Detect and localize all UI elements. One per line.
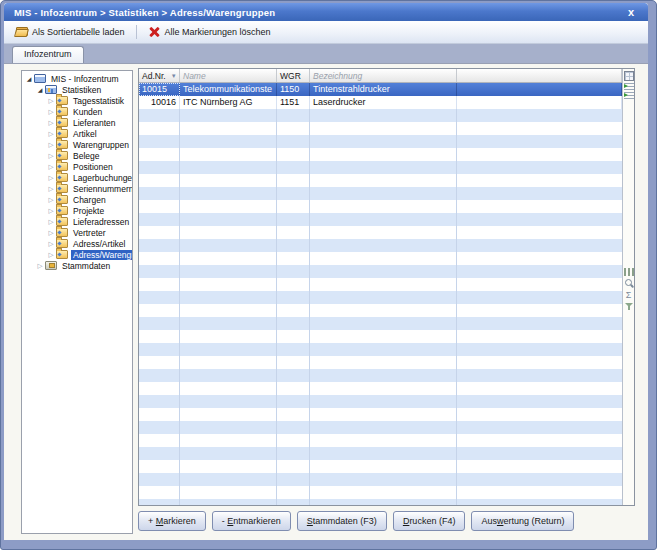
folder-icon <box>56 228 68 237</box>
expand-arrow-icon[interactable]: ◢ <box>24 74 34 84</box>
folder-icon <box>56 151 68 160</box>
tree-item[interactable]: ◢ Statistiken <box>22 84 132 95</box>
column-header[interactable]: Ad.Nr. ▼ <box>139 69 180 82</box>
expand-arrow-icon[interactable]: ▷ <box>46 206 56 216</box>
expand-arrow-icon[interactable]: ▷ <box>46 107 56 117</box>
tree-item-label: Kunden <box>71 107 104 117</box>
column-header[interactable]: Name <box>180 69 277 82</box>
expand-arrow-icon[interactable]: ▷ <box>46 195 56 205</box>
toolbar: Als Sortiertabelle laden Alle Markierung… <box>4 21 648 44</box>
button-markieren[interactable]: + Markieren <box>138 511 206 531</box>
tree-item[interactable]: ▷ Vertreter <box>22 227 132 238</box>
expand-arrow-icon[interactable]: ▷ <box>46 228 56 238</box>
expand-arrow-icon[interactable]: ▷ <box>46 184 56 194</box>
search-icon[interactable] <box>624 278 634 288</box>
expand-arrow-icon[interactable]: ▷ <box>46 151 56 161</box>
row-add-icon[interactable] <box>624 92 634 99</box>
columns-icon[interactable] <box>624 268 634 276</box>
expand-arrow-icon[interactable]: ▷ <box>46 239 56 249</box>
column-separator <box>456 83 457 505</box>
expand-arrow-icon[interactable]: ▷ <box>46 118 56 128</box>
toolbar-item[interactable]: Als Sortiertabelle laden <box>10 24 130 40</box>
tree-item-label: MIS - Infozentrum <box>49 74 121 84</box>
expand-arrow-icon[interactable]: ▷ <box>35 261 45 271</box>
tree-item-label: Statistiken <box>60 85 103 95</box>
tree-item[interactable]: ▷ Stammdaten <box>22 260 132 271</box>
grid-header: Ad.Nr. ▼ Name WGR Bezeichnung <box>139 69 622 83</box>
main-panel: ◢ MIS - Infozentrum ◢ Statistiken ▷ Tage… <box>4 63 648 540</box>
column-header[interactable]: WGR <box>277 69 310 82</box>
grid-cell[interactable]: 10016 <box>139 96 180 109</box>
tree-item-label: Stammdaten <box>60 261 112 271</box>
tree-item[interactable]: ▷ Lieferanten <box>22 117 132 128</box>
tree-item[interactable]: ▷ Adress/Artikel <box>22 238 132 249</box>
expand-arrow-icon[interactable]: ◢ <box>35 85 45 95</box>
grid-cell[interactable]: ITC Nürnberg AG <box>180 96 277 109</box>
folder-icon <box>56 206 68 215</box>
red-x-icon <box>148 26 161 38</box>
grid-cell[interactable]: Laserdrucker <box>310 96 457 109</box>
table-row[interactable]: 10016ITC Nürnberg AG1151Laserdrucker <box>139 96 622 109</box>
tree-item-label: Lagerbuchungen <box>71 173 132 183</box>
table-row[interactable]: 10015Telekommunikationste1150Tintenstrah… <box>139 83 622 96</box>
tree-item-label: Vertreter <box>71 228 108 238</box>
grid-cell[interactable]: 1150 <box>277 83 310 96</box>
tab-infozentrum[interactable]: Infozentrum <box>12 46 84 63</box>
expand-arrow-icon[interactable]: ▷ <box>46 173 56 183</box>
close-button[interactable]: x <box>622 5 640 19</box>
grid-cell[interactable]: 1151 <box>277 96 310 109</box>
window-inner: MIS - Infozentrum > Statistiken > Adress… <box>4 3 648 540</box>
expand-arrow-icon[interactable]: ▷ <box>46 140 56 150</box>
column-header-label: Ad.Nr. <box>142 71 166 81</box>
column-separator <box>309 83 310 505</box>
title-bar[interactable]: MIS - Infozentrum > Statistiken > Adress… <box>4 3 648 21</box>
column-header-label: WGR <box>280 71 301 81</box>
grid-cell[interactable]: Tintenstrahldrucker <box>310 83 457 96</box>
tree-item[interactable]: ◢ MIS - Infozentrum <box>22 73 132 84</box>
expand-arrow-icon[interactable]: ▷ <box>46 250 56 260</box>
tree-item-label: Positionen <box>71 162 115 172</box>
tree-item[interactable]: ▷ Positionen <box>22 161 132 172</box>
app-window: MIS - Infozentrum > Statistiken > Adress… <box>0 0 657 550</box>
tree-item[interactable]: ▷ Projekte <box>22 205 132 216</box>
tree-item[interactable]: ▷ Lagerbuchungen <box>22 172 132 183</box>
button-auswertung-return[interactable]: Auswertung (Return) <box>471 511 574 531</box>
grid-cell[interactable]: 10015 <box>139 83 180 96</box>
button-entmarkieren[interactable]: - Entmarkieren <box>212 511 291 531</box>
tree-item[interactable]: ▷ Kunden <box>22 106 132 117</box>
expand-arrow-icon[interactable]: ▷ <box>46 96 56 106</box>
expand-arrow-icon[interactable]: ▷ <box>46 162 56 172</box>
row-insert-icon[interactable] <box>624 83 634 90</box>
tree-item[interactable]: ▷ Warengruppen <box>22 139 132 150</box>
column-header[interactable]: Bezeichnung <box>310 69 457 82</box>
toolbar-item-label: Als Sortiertabelle laden <box>32 27 125 37</box>
grid-cell[interactable] <box>457 83 622 96</box>
tree-item[interactable]: ▷ Chargen <box>22 194 132 205</box>
grid-cell[interactable]: Telekommunikationste <box>180 83 277 96</box>
grid-icon[interactable] <box>624 71 634 81</box>
grid-cell[interactable] <box>457 96 622 109</box>
sum-icon[interactable] <box>624 290 634 300</box>
toolbar-item[interactable]: Alle Markierungen löschen <box>143 24 276 40</box>
folder-icon <box>56 96 68 105</box>
tree-item[interactable]: ▷ Lieferadressen <box>22 216 132 227</box>
folder-icon <box>56 162 68 171</box>
tree-item[interactable]: ▷ Belege <box>22 150 132 161</box>
expand-arrow-icon[interactable]: ▷ <box>46 129 56 139</box>
toolbar-item-label: Alle Markierungen löschen <box>165 27 271 37</box>
tree-item[interactable]: ▷ Adress/Warengruppen <box>22 249 132 260</box>
tree-item[interactable]: ▷ Artikel <box>22 128 132 139</box>
button-stammdaten-f3[interactable]: Stammdaten (F3) <box>297 511 387 531</box>
button-drucken-f4[interactable]: Drucken (F4) <box>393 511 466 531</box>
toolbar-separator <box>136 25 137 39</box>
navigation-tree: ◢ MIS - Infozentrum ◢ Statistiken ▷ Tage… <box>21 70 133 534</box>
grid-side-icons-top <box>623 70 634 101</box>
filter-icon[interactable] <box>624 302 634 312</box>
tree-item-label: Adress/Artikel <box>71 239 127 249</box>
tree-item[interactable]: ▷ Seriennummern <box>22 183 132 194</box>
column-header[interactable] <box>457 69 622 82</box>
tree-item[interactable]: ▷ Tagesstatistik <box>22 95 132 106</box>
expand-arrow-icon[interactable]: ▷ <box>46 217 56 227</box>
open-folder-icon <box>15 26 28 38</box>
folder-icon <box>56 129 68 138</box>
